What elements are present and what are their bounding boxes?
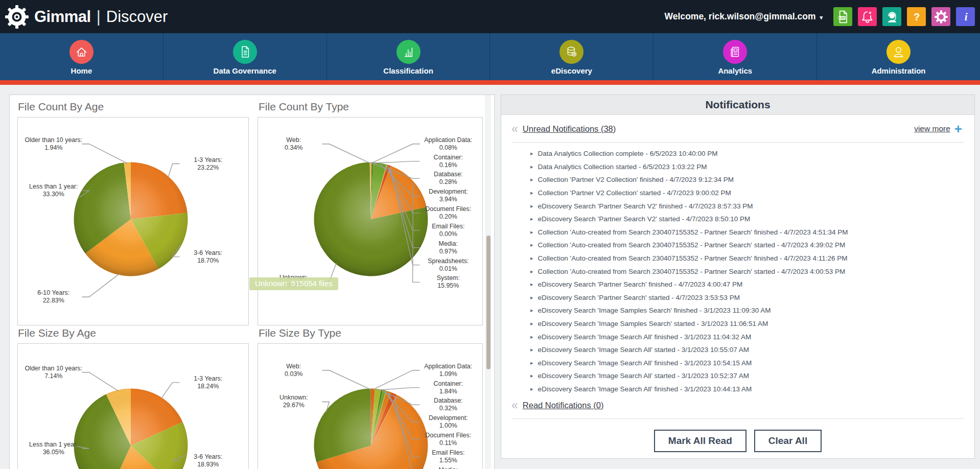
notification-text: eDiscovery Search 'Image Samples Search'… xyxy=(538,307,771,314)
svg-text:Application Data:1.09%: Application Data:1.09% xyxy=(424,363,472,378)
notification-item[interactable]: ▸eDiscovery Search 'Image Search All' fi… xyxy=(530,357,974,370)
nav-item-analytics[interactable]: Analytics xyxy=(653,33,816,80)
notification-text: eDiscovery Search 'Partner Search V2' fi… xyxy=(538,202,753,210)
notification-item[interactable]: ▸eDiscovery Search 'Image Search All' st… xyxy=(530,343,974,357)
notification-text: eDiscovery Search 'Image Search All' sta… xyxy=(538,346,749,354)
unread-notifications-link[interactable]: Unread Notifications (38) xyxy=(523,124,616,134)
notification-item[interactable]: ▸eDiscovery Search 'Partner Search' star… xyxy=(530,291,974,304)
expand-arrow-icon: ▸ xyxy=(530,255,533,261)
expand-arrow-icon: ▸ xyxy=(530,177,533,182)
nav-label: Data Governance xyxy=(214,66,276,75)
notification-item[interactable]: ▸eDiscovery Search 'Image Search All' fi… xyxy=(530,383,974,396)
gimmal-gear-logo-icon xyxy=(5,5,29,29)
collapse-chevrons-icon[interactable]: « xyxy=(511,123,518,134)
nav-label: eDiscovery xyxy=(551,66,592,75)
notification-item[interactable]: ▸eDiscovery Search 'Partner Search V2' s… xyxy=(530,213,974,226)
svg-text:Container:0.16%: Container:0.16% xyxy=(434,154,463,169)
notification-item[interactable]: ▸Collection 'Auto-created from Search 23… xyxy=(530,265,974,278)
notification-text: Collection 'Auto-created from Search 230… xyxy=(538,228,848,236)
view-more-plus-icon[interactable]: + xyxy=(954,124,962,134)
charts-scrollbar-thumb[interactable] xyxy=(486,236,491,369)
expand-arrow-icon: ▸ xyxy=(530,269,533,274)
notification-item[interactable]: ▸eDiscovery Search 'Image Search All' st… xyxy=(530,369,974,383)
notification-item[interactable]: ▸ Data Analytics Collection started - 6/… xyxy=(530,160,974,174)
svg-text:Less than 1 year:33.30%: Less than 1 year:33.30% xyxy=(29,183,78,198)
nav-item-classification[interactable]: Classification xyxy=(326,33,490,80)
header-toolbar: LOG?i xyxy=(828,7,975,26)
notification-item[interactable]: ▸eDiscovery Search 'Image Samples Search… xyxy=(530,304,974,317)
notification-text: Collection 'Partner V2 Collection' finis… xyxy=(538,176,734,183)
expand-arrow-icon: ▸ xyxy=(530,334,533,340)
welcome-text: Welcome, rick.wilson@gimmal.com xyxy=(665,11,816,22)
svg-text:Development:1.00%: Development:1.00% xyxy=(429,414,468,429)
read-notifications-link[interactable]: Read Notifications (0) xyxy=(523,401,604,410)
brand-separator: | xyxy=(97,0,101,33)
expand-arrow-icon: ▸ xyxy=(530,386,533,392)
document-icon xyxy=(233,40,257,64)
svg-text:Unknown:29.67%: Unknown:29.67% xyxy=(279,394,308,409)
svg-text:i: i xyxy=(964,11,967,23)
mark-all-read-button[interactable]: Mark All Read xyxy=(654,430,746,452)
main-nav: HomeData GovernanceClassificationeDiscov… xyxy=(0,33,980,80)
notification-text: eDiscovery Search 'Image Samples Search'… xyxy=(538,320,768,327)
expand-arrow-icon: ▸ xyxy=(530,190,533,196)
notification-item[interactable]: ▸Data Analytics Collection complete - 6/… xyxy=(530,147,974,160)
log-file-button[interactable]: LOG xyxy=(833,7,852,26)
expand-arrow-icon: ▸ xyxy=(530,242,533,248)
pie-chart-file-count-by-type[interactable]: Application Data:0.08%Container:0.16%Dat… xyxy=(258,118,482,325)
svg-text:3-6 Years:18.70%: 3-6 Years:18.70% xyxy=(194,249,222,264)
svg-text:6-10 Years:22.83%: 6-10 Years:22.83% xyxy=(37,289,69,304)
notification-text: Data Analytics Collection started - 6/5/… xyxy=(538,163,707,171)
database-add-icon xyxy=(559,40,584,64)
nav-item-data-governance[interactable]: Data Governance xyxy=(163,33,326,80)
notification-text: Collection 'Auto-created from Search 230… xyxy=(538,241,846,249)
notifications-actions: Mark All Read Clear All xyxy=(501,430,974,452)
notification-text: eDiscovery Search 'Image Search All' fin… xyxy=(538,359,752,367)
alerts-bell-button[interactable] xyxy=(858,7,877,26)
collapse-chevrons-icon[interactable]: « xyxy=(511,400,518,411)
svg-text:Web:0.34%: Web:0.34% xyxy=(285,136,302,151)
svg-text:1-3 Years:23.22%: 1-3 Years:23.22% xyxy=(194,156,222,171)
svg-text:Email Files:0.00%: Email Files:0.00% xyxy=(432,223,464,238)
notification-text: Collection 'Auto-created from Search 230… xyxy=(538,254,848,262)
notification-item[interactable]: ▸eDiscovery Search 'Image Search All' fi… xyxy=(530,330,974,343)
brand-primary: Gimmal xyxy=(34,0,91,33)
pie-chart-file-count-by-age[interactable]: 1-3 Years:23.22%3-6 Years:18.70%6-10 Yea… xyxy=(18,118,248,325)
expand-arrow-icon: ▸ xyxy=(530,203,533,209)
notification-item[interactable]: ▸Collection 'Auto-created from Search 23… xyxy=(530,239,974,252)
notification-item[interactable]: ▸Collection 'Auto-created from Search 23… xyxy=(530,226,974,239)
info-button[interactable]: i xyxy=(956,7,975,26)
help-button[interactable]: ? xyxy=(907,7,926,26)
pie-chart-file-size-by-age[interactable]: 1-3 Years:18.24%3-6 Years:18.93%Less tha… xyxy=(18,344,248,469)
expand-arrow-icon: ▸ xyxy=(530,229,533,235)
svg-text:Media:0.97%: Media:0.97% xyxy=(439,240,458,255)
chart-title-file-count-by-age: File Count By Age xyxy=(18,101,104,113)
settings-gear-button[interactable] xyxy=(931,7,950,26)
nav-item-administration[interactable]: Administration xyxy=(816,33,980,80)
svg-text:Database:0.32%: Database:0.32% xyxy=(434,397,463,412)
expand-arrow-icon: ▸ xyxy=(530,151,533,156)
svg-text:1-3 Years:18.24%: 1-3 Years:18.24% xyxy=(194,375,222,390)
expand-arrow-icon: ▸ xyxy=(530,164,533,170)
clear-all-button[interactable]: Clear All xyxy=(754,430,822,452)
nav-item-home[interactable]: Home xyxy=(0,33,163,80)
chart-box-file-count-by-age: 1-3 Years:23.22%3-6 Years:18.70%6-10 Yea… xyxy=(17,117,249,325)
svg-text:Spreadsheets:0.01%: Spreadsheets:0.01% xyxy=(428,257,469,272)
charts-scrollbar-track[interactable] xyxy=(485,95,491,469)
notification-item[interactable]: ▸eDiscovery Search 'Image Samples Search… xyxy=(530,317,974,331)
notification-item[interactable]: ▸Collection 'Auto-created from Search 23… xyxy=(530,252,974,265)
divider xyxy=(511,418,964,419)
notification-item[interactable]: ▸Collection 'Partner V2 Collection' fini… xyxy=(530,173,974,186)
pie-chart-file-size-by-type[interactable]: Application Data:1.09%Container:1.84%Dat… xyxy=(258,344,482,469)
svg-text:Application Data:0.08%: Application Data:0.08% xyxy=(424,136,472,151)
notification-item[interactable]: ▸Collection 'Partner V2 Collection' star… xyxy=(530,186,974,200)
view-more-link[interactable]: view more xyxy=(914,124,950,133)
bar-chart-icon xyxy=(396,40,421,64)
chart-title-file-size-by-age: File Size By Age xyxy=(18,327,96,339)
notification-item[interactable]: ▸eDiscovery Search 'Partner Search' fini… xyxy=(530,278,974,291)
nav-item-ediscovery[interactable]: eDiscovery xyxy=(489,33,653,80)
notification-item[interactable]: ▸eDiscovery Search 'Partner Search V2' f… xyxy=(530,199,974,213)
nav-label: Analytics xyxy=(718,66,752,75)
user-menu[interactable]: Welcome, rick.wilson@gimmal.com ▾ xyxy=(665,11,828,22)
support-headset-button[interactable] xyxy=(882,7,901,26)
